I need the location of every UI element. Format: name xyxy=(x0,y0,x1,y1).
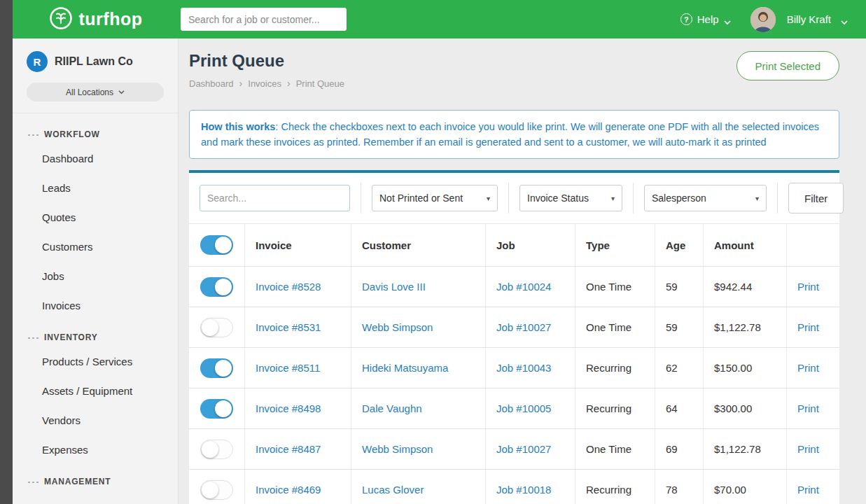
row-select-toggle[interactable] xyxy=(200,440,233,459)
sidebar: R RIIPL Lawn Co All Locations WORKFLOW D… xyxy=(13,38,179,504)
sidebar-section-header: REPORTS xyxy=(13,491,178,504)
invoice-link[interactable]: Invoice #8531 xyxy=(256,321,321,333)
print-selected-button[interactable]: Print Selected xyxy=(736,51,839,80)
sidebar-item-dashboard[interactable]: Dashboard xyxy=(13,144,178,174)
select-all-toggle[interactable] xyxy=(200,235,233,255)
info-box: How this works: Check the checkboxes nex… xyxy=(189,110,839,159)
sidebar-item-assets-equipment[interactable]: Assets / Equipment xyxy=(13,377,178,406)
invoice-status-select[interactable]: Invoice Status ▾ xyxy=(519,185,622,211)
sidebar-item-customers[interactable]: Customers xyxy=(13,232,178,262)
invoice-age: 62 xyxy=(666,362,678,374)
row-select-toggle[interactable] xyxy=(200,358,233,378)
sidebar-item-expenses[interactable]: Expenses xyxy=(13,435,178,465)
toggle-knob xyxy=(215,237,232,253)
table-row: Invoice #8498 Dale Vaughn Job #10005 Rec… xyxy=(189,388,839,429)
invoice-link[interactable]: Invoice #8528 xyxy=(256,281,321,293)
column-header-type: Type xyxy=(575,224,655,266)
help-icon xyxy=(680,13,692,25)
company-switcher[interactable]: R RIIPL Lawn Co xyxy=(27,51,164,72)
table-row: Invoice #8511 Hideki Matsuyama Job #1004… xyxy=(189,348,839,388)
breadcrumb-dashboard[interactable]: Dashboard xyxy=(189,78,248,89)
print-link[interactable]: Print xyxy=(797,362,819,374)
invoice-type: Recurring xyxy=(586,484,631,496)
sidebar-item-label: Quotes xyxy=(42,211,76,223)
salesperson-value: Salesperson xyxy=(652,192,706,204)
invoice-link[interactable]: Invoice #8511 xyxy=(256,362,320,374)
info-text: : Check the checkboxes next to each invo… xyxy=(201,121,819,148)
customer-link[interactable]: Webb Simpson xyxy=(362,321,433,333)
printed-status-select[interactable]: Not Printed or Sent ▾ xyxy=(372,185,498,211)
customer-link[interactable]: Hideki Matsuyama xyxy=(362,362,448,374)
help-label: Help xyxy=(697,13,719,25)
avatar[interactable] xyxy=(750,7,776,32)
invoice-age: 59 xyxy=(666,281,678,293)
print-link[interactable]: Print xyxy=(797,402,819,414)
sidebar-item-label: Customers xyxy=(42,241,93,253)
sidebar-item-invoices[interactable]: Invoices xyxy=(13,291,178,321)
sidebar-item-leads[interactable]: Leads xyxy=(13,174,178,203)
job-link[interactable]: Job #10018 xyxy=(496,484,551,496)
section-dash-icon xyxy=(28,477,39,486)
info-lead: How this works xyxy=(201,121,275,132)
row-select-toggle[interactable] xyxy=(200,399,233,419)
row-select-toggle[interactable] xyxy=(200,480,233,500)
select-caret-icon: ▾ xyxy=(487,195,490,202)
job-link[interactable]: Job #10043 xyxy=(496,362,551,374)
sidebar-item-quotes[interactable]: Quotes xyxy=(13,203,178,232)
section-label: WORKFLOW xyxy=(44,130,100,139)
window-left-strip xyxy=(0,0,13,504)
sidebar-item-label: Expenses xyxy=(42,444,88,456)
invoice-type: Recurring xyxy=(586,402,631,414)
select-caret-icon: ▾ xyxy=(611,195,615,202)
sidebar-item-label: Products / Services xyxy=(42,356,132,368)
print-link[interactable]: Print xyxy=(797,443,819,455)
invoice-link[interactable]: Invoice #8487 xyxy=(256,443,321,455)
print-link[interactable]: Print xyxy=(797,281,819,293)
invoice-type: Recurring xyxy=(586,362,631,374)
sidebar-section-header: INVENTORY xyxy=(13,321,178,347)
brand[interactable]: turfhop xyxy=(13,6,179,33)
sidebar-item-label: Leads xyxy=(42,182,71,194)
job-link[interactable]: Job #10005 xyxy=(496,402,551,414)
help-menu[interactable]: Help xyxy=(680,13,731,25)
location-filter[interactable]: All Locations xyxy=(27,83,164,102)
column-header-customer: Customer xyxy=(351,224,486,266)
customer-link[interactable]: Webb Simpson xyxy=(362,443,433,455)
table-row: Invoice #8531 Webb Simpson Job #10027 On… xyxy=(189,307,839,348)
brand-name: turfhop xyxy=(79,9,143,29)
section-dash-icon xyxy=(28,332,39,342)
sidebar-item-products-services[interactable]: Products / Services xyxy=(13,347,178,377)
table-row: Invoice #8528 Davis Love III Job #10024 … xyxy=(189,267,839,307)
turfhop-logo-icon xyxy=(49,6,73,33)
location-filter-label: All Locations xyxy=(66,88,113,97)
toggle-knob xyxy=(215,360,232,377)
topbar-right: Help Billy Kraft xyxy=(680,7,866,32)
invoice-link[interactable]: Invoice #8469 xyxy=(256,484,321,496)
global-search-input[interactable] xyxy=(181,8,347,31)
job-link[interactable]: Job #10024 xyxy=(496,281,551,293)
breadcrumb-invoices[interactable]: Invoices xyxy=(248,78,295,89)
user-menu[interactable]: Billy Kraft xyxy=(787,13,831,25)
print-queue-panel: Not Printed or Sent ▾ Invoice Status ▾ S… xyxy=(189,170,839,504)
toggle-knob xyxy=(215,400,232,417)
print-link[interactable]: Print xyxy=(797,321,819,333)
customer-link[interactable]: Davis Love III xyxy=(362,281,426,293)
filter-button[interactable]: Filter xyxy=(788,183,844,214)
row-select-toggle[interactable] xyxy=(200,277,233,297)
salesperson-select[interactable]: Salesperson ▾ xyxy=(644,185,767,211)
chevron-down-icon xyxy=(841,16,848,23)
customer-link[interactable]: Dale Vaughn xyxy=(362,402,422,414)
sidebar-item-jobs[interactable]: Jobs xyxy=(13,262,178,291)
job-link[interactable]: Job #10027 xyxy=(496,321,551,333)
column-header-print xyxy=(787,224,839,266)
print-link[interactable]: Print xyxy=(797,484,819,496)
row-select-toggle[interactable] xyxy=(200,318,233,337)
invoice-link[interactable]: Invoice #8498 xyxy=(256,402,321,414)
table-header: Invoice Customer Job Type Age Amount xyxy=(189,224,839,267)
sidebar-item-vendors[interactable]: Vendors xyxy=(13,406,178,435)
chevron-down-icon xyxy=(724,16,731,23)
table-row: Invoice #8469 Lucas Glover Job #10018 Re… xyxy=(189,470,839,504)
table-search-input[interactable] xyxy=(200,185,350,211)
job-link[interactable]: Job #10027 xyxy=(496,443,551,455)
customer-link[interactable]: Lucas Glover xyxy=(362,484,424,496)
